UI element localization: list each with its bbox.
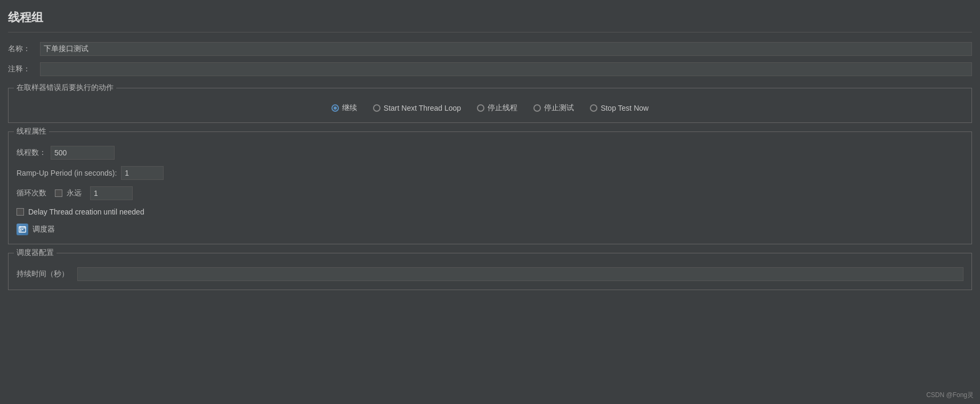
radio-option-stop-test-now[interactable]: Stop Test Now: [590, 104, 649, 112]
radio-next-loop-label: Start Next Thread Loop: [384, 104, 461, 112]
comment-input[interactable]: [40, 62, 972, 76]
scheduler-label: 调度器: [33, 225, 55, 234]
ramp-up-label: Ramp-Up Period (in seconds):: [17, 169, 117, 177]
radio-option-stop-test[interactable]: 停止测试: [533, 103, 574, 113]
scheduler-row: 调度器: [17, 220, 963, 238]
radio-stop-thread[interactable]: [477, 104, 484, 112]
radio-next-loop[interactable]: [373, 104, 380, 112]
radio-continue-label: 继续: [342, 103, 357, 113]
loop-count-label: 循环次数: [17, 188, 46, 198]
delay-thread-row: Delay Thread creation until needed: [17, 203, 963, 220]
name-label: 名称：: [8, 44, 40, 54]
scheduler-config-section: 调度器配置 持续时间（秒）: [8, 253, 972, 290]
thread-props-legend: 线程属性: [14, 127, 49, 136]
forever-label: 永远: [67, 188, 82, 198]
comment-row: 注释：: [8, 59, 972, 79]
page-title: 线程组: [8, 5, 972, 32]
duration-row: 持续时间（秒）: [17, 264, 963, 284]
thread-count-row: 线程数：: [17, 143, 963, 163]
scheduler-icon[interactable]: [17, 224, 28, 235]
radio-stop-test-now-label: Stop Test Now: [601, 104, 649, 112]
svg-rect-4: [20, 229, 22, 230]
delay-thread-checkbox[interactable]: [17, 208, 24, 216]
scheduler-svg-icon: [19, 226, 26, 233]
radio-option-next-loop[interactable]: Start Next Thread Loop: [373, 104, 461, 112]
radio-stop-test-label: 停止测试: [544, 103, 574, 113]
forever-checkbox[interactable]: [55, 189, 62, 197]
duration-input[interactable]: [77, 267, 963, 281]
thread-props-section: 线程属性 线程数： Ramp-Up Period (in seconds): 循…: [8, 131, 972, 244]
radio-stop-test[interactable]: [533, 104, 541, 112]
ramp-up-input[interactable]: [121, 166, 164, 180]
radio-continue[interactable]: [331, 104, 339, 112]
svg-rect-5: [22, 229, 23, 230]
radio-option-stop-thread[interactable]: 停止线程: [477, 103, 517, 113]
name-row: 名称：: [8, 39, 972, 59]
loop-count-row: 循环次数 永远: [17, 183, 963, 203]
name-input[interactable]: [40, 42, 972, 56]
duration-label: 持续时间（秒）: [17, 269, 69, 279]
thread-count-input[interactable]: [51, 146, 115, 160]
sampler-error-legend: 在取样器错误后要执行的动作: [14, 83, 116, 93]
comment-label: 注释：: [8, 64, 40, 74]
radio-group: 继续 Start Next Thread Loop 停止线程 停止测试 Stop…: [17, 94, 963, 117]
radio-option-continue[interactable]: 继续: [331, 103, 357, 113]
loop-count-input[interactable]: [90, 186, 133, 200]
delay-thread-label: Delay Thread creation until needed: [28, 208, 144, 216]
watermark: CSDN @Fong灵: [926, 391, 974, 400]
radio-stop-thread-label: 停止线程: [488, 103, 517, 113]
svg-rect-6: [20, 230, 22, 232]
sampler-error-section: 在取样器错误后要执行的动作 继续 Start Next Thread Loop …: [8, 88, 972, 123]
ramp-up-row: Ramp-Up Period (in seconds):: [17, 163, 963, 183]
thread-count-label: 线程数：: [17, 148, 46, 158]
page-container: 线程组 名称： 注释： 在取样器错误后要执行的动作 继续 Start Next …: [0, 0, 980, 301]
scheduler-config-legend: 调度器配置: [14, 248, 56, 258]
radio-stop-test-now[interactable]: [590, 104, 597, 112]
